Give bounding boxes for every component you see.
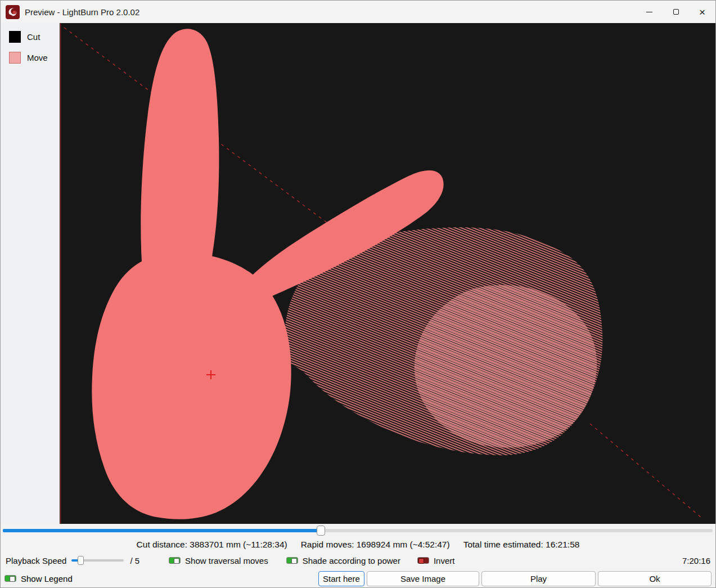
progress-slider-handle[interactable] [317,526,325,536]
move-label: Move [27,53,48,62]
engraving-preview-image [60,23,716,524]
minimize-button[interactable] [636,1,663,23]
footer-row: Show Legend Start here Save Image Play O… [1,569,715,587]
close-icon: × [699,7,705,17]
maximize-button[interactable] [663,1,689,23]
close-button[interactable]: × [689,1,715,23]
move-color-swatch [9,52,21,64]
save-image-button[interactable]: Save Image [367,571,479,586]
playback-speed-slider[interactable] [71,555,124,565]
progress-fill [3,529,321,532]
play-button[interactable]: Play [481,571,596,586]
cut-color-swatch [9,31,21,43]
playback-speed-label: Playback Speed [6,556,66,565]
lightburn-logo-icon [6,5,20,19]
traversal-move-line-bottom [590,424,701,517]
invert-toggle[interactable] [417,557,429,564]
minimize-icon [646,12,652,12]
legend-item-move: Move [9,52,60,64]
elapsed-time-text: 7:20:16 [682,556,710,565]
preview-canvas[interactable] [60,23,715,524]
invert-label: Invert [434,556,455,565]
titlebar: Preview - LightBurn Pro 2.0.02 × [1,1,715,23]
total-time-text: Total time estimated: 16:21:58 [463,540,580,550]
playback-controls-row: Playback Speed / 5 Show traversal moves … [1,551,715,569]
playback-progress-slider[interactable] [3,529,713,532]
show-legend-toggle[interactable] [4,575,16,582]
legend-panel: Cut Move [1,23,60,524]
ok-button[interactable]: Ok [598,571,712,586]
rapid-moves-text: Rapid moves: 1698924 mm (~4:52:47) [301,540,450,550]
show-traversal-label: Show traversal moves [185,556,268,565]
shade-power-label: Shade according to power [303,556,400,565]
preview-window: Preview - LightBurn Pro 2.0.02 × Cut Mov… [0,0,716,588]
speed-slider-handle[interactable] [78,556,84,565]
start-here-button[interactable]: Start here [318,571,364,586]
cut-label: Cut [27,32,40,42]
rabbit-haunch-shaded [415,285,597,448]
legend-item-cut: Cut [9,31,60,43]
show-legend-label: Show Legend [21,574,73,583]
shade-power-toggle[interactable] [286,557,298,564]
maximize-icon [673,9,679,15]
window-title: Preview - LightBurn Pro 2.0.02 [25,7,139,17]
cut-distance-text: Cut distance: 3883701 mm (~11:28:34) [137,540,287,550]
playback-speed-value: / 5 [130,556,139,565]
rabbit-ear-tall-solid [141,29,219,286]
show-traversal-toggle[interactable] [169,557,181,564]
status-row: Cut distance: 3883701 mm (~11:28:34) Rap… [1,537,715,551]
progress-row [1,524,715,537]
